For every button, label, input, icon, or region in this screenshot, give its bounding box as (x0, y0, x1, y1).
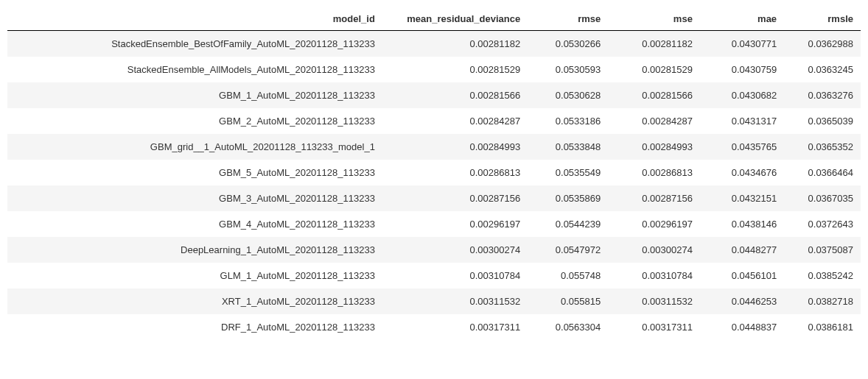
cell-rmsle: 0.0362988 (784, 31, 861, 57)
cell-rmse: 0.055815 (528, 288, 608, 314)
cell-model-id: GBM_4_AutoML_20201128_113233 (7, 211, 382, 237)
cell-rmse: 0.0533186 (528, 108, 608, 134)
cell-rmse: 0.0530628 (528, 82, 608, 108)
cell-mse: 0.00287156 (608, 185, 700, 211)
cell-rmsle: 0.0382718 (784, 288, 861, 314)
cell-mse: 0.00300274 (608, 237, 700, 263)
cell-mse: 0.00281566 (608, 82, 700, 108)
header-mae: mae (700, 7, 784, 31)
cell-mean-residual-deviance: 0.00287156 (382, 185, 528, 211)
table-row: GBM_4_AutoML_20201128_1132330.002961970.… (7, 211, 861, 237)
cell-mae: 0.0430771 (700, 31, 784, 57)
cell-model-id: GBM_3_AutoML_20201128_113233 (7, 185, 382, 211)
table-row: GLM_1_AutoML_20201128_1132330.003107840.… (7, 263, 861, 288)
cell-mae: 0.0431317 (700, 108, 784, 134)
cell-rmsle: 0.0372643 (784, 211, 861, 237)
cell-mae: 0.0448277 (700, 237, 784, 263)
cell-model-id: XRT_1_AutoML_20201128_113233 (7, 288, 382, 314)
table-row: GBM_1_AutoML_20201128_1132330.002815660.… (7, 82, 861, 108)
cell-mean-residual-deviance: 0.00281182 (382, 31, 528, 57)
table-body: StackedEnsemble_BestOfFamily_AutoML_2020… (7, 31, 861, 341)
cell-mae: 0.0430682 (700, 82, 784, 108)
cell-model-id: GLM_1_AutoML_20201128_113233 (7, 263, 382, 288)
cell-mean-residual-deviance: 0.00281566 (382, 82, 528, 108)
cell-model-id: GBM_5_AutoML_20201128_113233 (7, 160, 382, 185)
header-mse: mse (608, 7, 700, 31)
cell-mean-residual-deviance: 0.00317311 (382, 314, 528, 340)
cell-mse: 0.00296197 (608, 211, 700, 237)
cell-rmsle: 0.0363276 (784, 82, 861, 108)
cell-mean-residual-deviance: 0.00284287 (382, 108, 528, 134)
cell-model-id: GBM_1_AutoML_20201128_113233 (7, 82, 382, 108)
cell-rmsle: 0.0385242 (784, 263, 861, 288)
cell-model-id: GBM_2_AutoML_20201128_113233 (7, 108, 382, 134)
table-row: DRF_1_AutoML_20201128_1132330.003173110.… (7, 314, 861, 340)
cell-rmse: 0.055748 (528, 263, 608, 288)
cell-mse: 0.00310784 (608, 263, 700, 288)
cell-rmsle: 0.0366464 (784, 160, 861, 185)
table-row: DeepLearning_1_AutoML_20201128_1132330.0… (7, 237, 861, 263)
cell-rmse: 0.0544239 (528, 211, 608, 237)
cell-mean-residual-deviance: 0.00300274 (382, 237, 528, 263)
cell-mse: 0.00281529 (608, 57, 700, 82)
cell-rmsle: 0.0365352 (784, 134, 861, 160)
cell-model-id: DeepLearning_1_AutoML_20201128_113233 (7, 237, 382, 263)
table-row: GBM_2_AutoML_20201128_1132330.002842870.… (7, 108, 861, 134)
table-row: StackedEnsemble_AllModels_AutoML_2020112… (7, 57, 861, 82)
cell-mae: 0.0432151 (700, 185, 784, 211)
cell-rmsle: 0.0386181 (784, 314, 861, 340)
cell-mae: 0.0430759 (700, 57, 784, 82)
cell-mae: 0.0446253 (700, 288, 784, 314)
header-mean-residual-deviance: mean_residual_deviance (382, 7, 528, 31)
table-row: GBM_3_AutoML_20201128_1132330.002871560.… (7, 185, 861, 211)
table-row: XRT_1_AutoML_20201128_1132330.003115320.… (7, 288, 861, 314)
table-row: GBM_grid__1_AutoML_20201128_113233_model… (7, 134, 861, 160)
cell-mse: 0.00284287 (608, 108, 700, 134)
cell-rmse: 0.0547972 (528, 237, 608, 263)
cell-model-id: GBM_grid__1_AutoML_20201128_113233_model… (7, 134, 382, 160)
cell-model-id: StackedEnsemble_BestOfFamily_AutoML_2020… (7, 31, 382, 57)
cell-model-id: StackedEnsemble_AllModels_AutoML_2020112… (7, 57, 382, 82)
cell-mean-residual-deviance: 0.00296197 (382, 211, 528, 237)
table-row: StackedEnsemble_BestOfFamily_AutoML_2020… (7, 31, 861, 57)
leaderboard-table: model_id mean_residual_deviance rmse mse… (7, 7, 861, 340)
cell-mae: 0.0448837 (700, 314, 784, 340)
cell-mean-residual-deviance: 0.00311532 (382, 288, 528, 314)
cell-mse: 0.00286813 (608, 160, 700, 185)
cell-mean-residual-deviance: 0.00310784 (382, 263, 528, 288)
cell-mean-residual-deviance: 0.00286813 (382, 160, 528, 185)
cell-mae: 0.0456101 (700, 263, 784, 288)
cell-mean-residual-deviance: 0.00284993 (382, 134, 528, 160)
cell-rmse: 0.0535869 (528, 185, 608, 211)
header-model-id: model_id (7, 7, 382, 31)
header-rmse: rmse (528, 7, 608, 31)
table-row: GBM_5_AutoML_20201128_1132330.002868130.… (7, 160, 861, 185)
cell-rmsle: 0.0367035 (784, 185, 861, 211)
cell-mae: 0.0434676 (700, 160, 784, 185)
cell-model-id: DRF_1_AutoML_20201128_113233 (7, 314, 382, 340)
cell-rmsle: 0.0375087 (784, 237, 861, 263)
header-rmsle: rmsle (784, 7, 861, 31)
cell-rmse: 0.0530593 (528, 57, 608, 82)
cell-mse: 0.00317311 (608, 314, 700, 340)
cell-rmse: 0.0533848 (528, 134, 608, 160)
cell-rmsle: 0.0363245 (784, 57, 861, 82)
cell-mse: 0.00281182 (608, 31, 700, 57)
cell-mae: 0.0438146 (700, 211, 784, 237)
cell-mse: 0.00311532 (608, 288, 700, 314)
cell-mean-residual-deviance: 0.00281529 (382, 57, 528, 82)
cell-mae: 0.0435765 (700, 134, 784, 160)
cell-rmse: 0.0530266 (528, 31, 608, 57)
cell-rmse: 0.0535549 (528, 160, 608, 185)
cell-rmsle: 0.0365039 (784, 108, 861, 134)
table-header-row: model_id mean_residual_deviance rmse mse… (7, 7, 861, 31)
cell-rmse: 0.0563304 (528, 314, 608, 340)
cell-mse: 0.00284993 (608, 134, 700, 160)
